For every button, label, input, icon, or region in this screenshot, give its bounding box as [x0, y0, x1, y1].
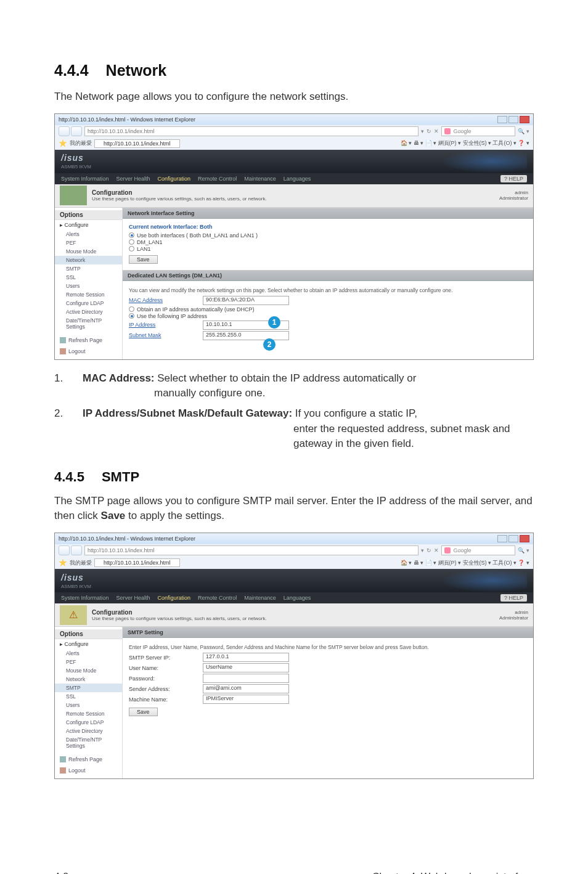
section-heading-smtp: 4.4.5SMTP — [54, 469, 534, 485]
sidebar-item-remote[interactable]: Remote Session — [55, 290, 122, 299]
radio-lan1[interactable]: LAN1 — [129, 246, 527, 252]
mac-input[interactable]: 90:E6:BA:9A:20:DA — [203, 296, 289, 305]
current-interface-label: Current network Interface: Both — [129, 224, 527, 230]
ie-toolbar[interactable]: 🏠 ▾ 🖶 ▾ 📄 ▾ 網頁(P) ▾ 安全性(S) ▾ 工具(O) ▾ ❓ ▾ — [401, 559, 530, 567]
radio-dhcp[interactable]: Obtain an IP address automatically (use … — [129, 306, 527, 312]
help-button: ? HELP — [500, 175, 527, 182]
smtp-pass-input[interactable] — [203, 674, 289, 683]
section-heading-network: 4.4.4Network — [54, 62, 534, 80]
screenshot-smtp: http://10.10.10.1/index.html - Windows I… — [54, 533, 534, 779]
sidebar-item-ntp[interactable]: Date/Time/NTP Settings — [55, 316, 122, 331]
nav-maintenance: Maintenance — [244, 176, 276, 182]
save-button[interactable]: Save — [129, 255, 158, 264]
url-input[interactable]: http://10.10.10.1/index.html — [84, 126, 419, 136]
kvm-navbar[interactable]: System Information Server Health Configu… — [55, 173, 533, 184]
search-input[interactable]: Google — [441, 126, 515, 136]
sidebar: Network Interface Setting Options ▸ Conf… — [55, 208, 123, 359]
sidebar-item-alerts[interactable]: Alerts — [55, 230, 122, 239]
config-thumb-icon — [60, 186, 87, 205]
smtp-user-input[interactable]: UserName — [203, 663, 289, 672]
intro-network: The Network page allows you to configure… — [54, 89, 534, 105]
page-footer: 4-8 Chapter 4: Web-based user interface — [54, 872, 534, 874]
url-input[interactable]: http://10.10.10.1/index.html — [84, 545, 419, 555]
nav-languages: Languages — [284, 176, 311, 182]
nav-configuration: Configuration — [158, 176, 191, 182]
callout-2: 2 — [263, 338, 276, 351]
sidebar-item-mouse[interactable]: Mouse Mode — [55, 247, 122, 256]
sidebar-item-ldap[interactable]: Configure LDAP — [55, 299, 122, 308]
close-icon — [520, 116, 529, 123]
smtp-sender-input[interactable]: ami@ami.com — [203, 684, 289, 693]
radio-both[interactable]: Use both interfaces ( Both DM_LAN1 and L… — [129, 232, 527, 239]
tabs-row: 我的最愛 http://10.10.10.1/index.html 🏠 ▾ 🖶 … — [55, 137, 533, 150]
radio-dm-lan1[interactable]: DM_LAN1 — [129, 239, 527, 245]
search-input[interactable]: Google — [441, 545, 515, 555]
favorites-icon[interactable] — [59, 139, 67, 148]
refresh-page[interactable]: Refresh Page — [55, 335, 122, 346]
window-titlebar: http://10.10.10.1/index.html - Windows I… — [55, 533, 533, 544]
window-controls[interactable] — [497, 116, 529, 123]
doc-list: 1. MAC Address: Select whether to obtain… — [54, 371, 534, 452]
config-header: Configuration Use these pages to configu… — [55, 184, 533, 208]
sidebar-cat-configure[interactable]: ▸ Configure — [55, 220, 122, 230]
net-interface-hd: Network Interface Setting — [123, 208, 533, 219]
callout-1: 1 — [268, 316, 280, 329]
nav-back-forward[interactable] — [59, 126, 82, 136]
sidebar-item-ad[interactable]: Active Directory — [55, 308, 122, 316]
sidebar-item-smtp[interactable]: SMTP — [55, 264, 122, 273]
ip-row: IP Address 10.10.10.1 — [129, 321, 527, 330]
subnet-row: Subnet Mask 255.255.255.0 — [129, 331, 527, 340]
logout[interactable]: Logout — [55, 346, 122, 357]
logout[interactable]: Logout — [55, 765, 122, 776]
close-icon — [520, 535, 529, 542]
smtp-setting-hd: SMTP Setting — [123, 627, 533, 638]
ie-toolbar[interactable]: 🏠 ▾ 🖶 ▾ 📄 ▾ 網頁(P) ▾ 安全性(S) ▾ 工具(O) ▾ ❓ ▾ — [401, 139, 530, 147]
browser-tab[interactable]: http://10.10.10.1/index.html — [94, 558, 180, 567]
warning-icon — [60, 605, 87, 625]
radio-static[interactable]: Use the following IP address — [129, 313, 527, 319]
smtp-machine-input[interactable]: IPMIServer — [203, 695, 289, 704]
sidebar-item-network[interactable]: Network — [55, 256, 122, 264]
smtp-ip-input[interactable]: 127.0.0.1 — [203, 653, 289, 662]
kvm-navbar[interactable]: System InformationServer Health Configur… — [55, 592, 533, 603]
save-button[interactable]: Save — [129, 708, 158, 716]
main-panel: Network Interface Setting Current networ… — [123, 208, 533, 359]
dedicated-lan-hd: Dedicated LAN Settings (DM_LAN1) — [123, 270, 533, 281]
sidebar-options-hd: Options — [55, 210, 122, 220]
favorites-icon[interactable] — [59, 558, 67, 567]
address-bar-row: http://10.10.10.1/index.html ▾↻✕ Google … — [55, 125, 533, 137]
refresh-page[interactable]: Refresh Page — [55, 754, 122, 765]
nav-server-health: Server Health — [116, 176, 150, 182]
sidebar-item-pef[interactable]: PEF — [55, 239, 122, 247]
browser-tab[interactable]: http://10.10.10.1/index.html — [94, 139, 180, 148]
screenshot-network: http://10.10.10.1/index.html - Windows I… — [54, 113, 534, 360]
sidebar-item-ssl[interactable]: SSL — [55, 273, 122, 282]
nav-system-info: System Information — [61, 176, 109, 182]
sidebar-item-smtp[interactable]: SMTP — [55, 684, 122, 692]
window-controls[interactable] — [497, 535, 529, 542]
sidebar-item-users[interactable]: Users — [55, 282, 122, 290]
subnet-input[interactable]: 255.255.255.0 — [203, 331, 289, 340]
nav-back-forward[interactable] — [59, 545, 82, 555]
intro-smtp: The SMTP page allows you to configure SM… — [54, 494, 534, 524]
mac-row: MAC Address 90:E6:BA:9A:20:DA — [129, 296, 527, 305]
nav-remote-control: Remote Control — [198, 176, 237, 182]
kvm-banner: /isus ASMB5 IKVM — [55, 150, 533, 173]
window-titlebar: http://10.10.10.1/index.html - Windows I… — [55, 114, 533, 125]
